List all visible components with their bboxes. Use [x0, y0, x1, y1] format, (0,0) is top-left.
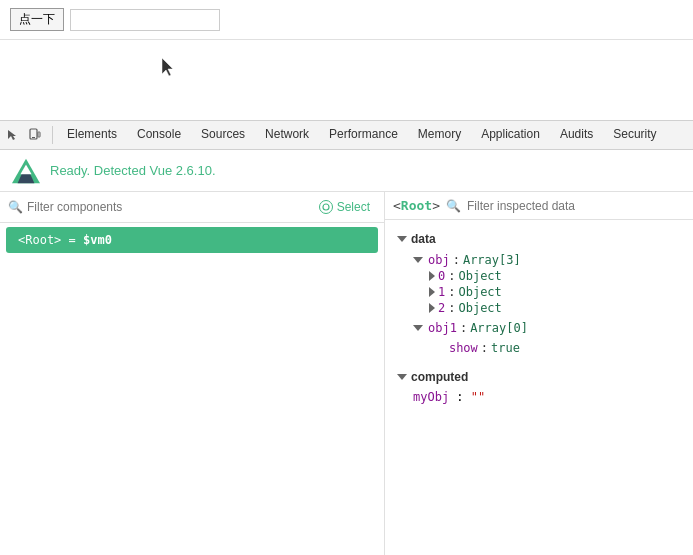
tab-console[interactable]: Console — [127, 120, 191, 150]
data-section-header[interactable]: data — [397, 228, 681, 250]
cursor-tool-icon[interactable] — [4, 126, 22, 144]
cursor-icon — [162, 58, 176, 78]
component-var: $vm0 — [83, 233, 112, 247]
component-root-item[interactable]: <Root> = $vm0 — [6, 227, 378, 253]
tab-application[interactable]: Application — [471, 120, 550, 150]
obj1-section-expand-icon[interactable] — [413, 325, 423, 331]
tab-elements[interactable]: Elements — [57, 120, 127, 150]
computed-node-myobj: myObj : "" — [397, 388, 681, 406]
data-tree: data obj : Array[3] 0 : Object — [385, 220, 693, 414]
component-tag: <Root> — [18, 233, 61, 247]
show-indent — [413, 341, 442, 355]
svg-point-6 — [323, 204, 329, 210]
right-filter-input[interactable] — [467, 199, 685, 213]
tab-performance[interactable]: Performance — [319, 120, 408, 150]
tab-security[interactable]: Security — [603, 120, 666, 150]
devtools-content: 🔍 Select <Root> = $vm0 <Root> 🔍 — [0, 192, 693, 555]
obj2-expand-icon[interactable] — [429, 303, 435, 313]
obj1-expand-icon[interactable] — [429, 287, 435, 297]
obj-expand-icon[interactable] — [413, 257, 423, 263]
vue-banner: Ready. Detected Vue 2.6.10. — [0, 150, 693, 192]
vue-logo-icon — [12, 157, 40, 185]
vue-ready-text: Ready. Detected Vue 2.6.10. — [50, 163, 216, 178]
obj0-expand-icon[interactable] — [429, 271, 435, 281]
computed-section-triangle — [397, 374, 407, 380]
tree-node-show: show : true — [397, 338, 681, 358]
right-panel: <Root> 🔍 data obj : Array[3] — [385, 192, 693, 555]
computed-section-header[interactable]: computed — [397, 366, 681, 388]
devtools-tabs-bar: Elements Console Sources Network Perform… — [0, 120, 693, 150]
data-section-label: data — [411, 232, 436, 246]
top-input[interactable] — [70, 9, 220, 31]
top-bar: 点一下 — [0, 0, 693, 40]
select-label: Select — [337, 200, 370, 214]
select-circle-icon — [319, 200, 333, 214]
root-tag-label: <Root> — [393, 198, 440, 213]
filter-search-icon: 🔍 — [8, 200, 23, 214]
tab-sources[interactable]: Sources — [191, 120, 255, 150]
tab-network[interactable]: Network — [255, 120, 319, 150]
device-tool-icon[interactable] — [26, 126, 44, 144]
right-filter-bar: <Root> 🔍 — [385, 192, 693, 220]
tree-node-obj: obj : Array[3] 0 : Object 1 : — [397, 250, 681, 318]
computed-section: computed myObj : "" — [397, 366, 681, 406]
right-filter-search-icon: 🔍 — [446, 199, 461, 213]
tab-memory[interactable]: Memory — [408, 120, 471, 150]
component-filter-bar: 🔍 Select — [0, 192, 384, 223]
cursor-area — [0, 40, 693, 120]
tab-audits[interactable]: Audits — [550, 120, 603, 150]
left-panel: 🔍 Select <Root> = $vm0 — [0, 192, 385, 555]
component-equals: = — [69, 233, 83, 247]
obj-children: 0 : Object 1 : Object 2 : Object — [413, 268, 681, 316]
tree-node-obj1: obj1 : Array[0] — [397, 318, 681, 338]
computed-section-label: computed — [411, 370, 468, 384]
svg-rect-1 — [38, 132, 40, 137]
tab-separator — [52, 126, 53, 144]
component-filter-input[interactable] — [27, 200, 309, 214]
data-section-triangle — [397, 236, 407, 242]
select-button[interactable]: Select — [313, 198, 376, 216]
click-button[interactable]: 点一下 — [10, 8, 64, 31]
